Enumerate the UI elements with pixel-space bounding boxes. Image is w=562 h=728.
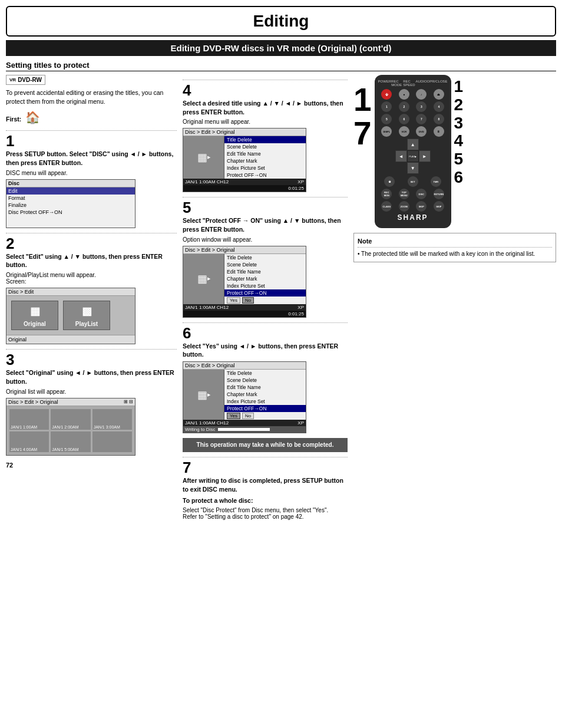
step6-yes-btn[interactable]: Yes xyxy=(227,413,240,419)
step-17-7: 7 xyxy=(353,117,372,150)
remote-btn-g[interactable]: 7 xyxy=(416,114,427,124)
step6-screen: Disc > Edit > Original ▦▶ Title Delete S… xyxy=(183,361,306,433)
remote-btn-b[interactable]: 2 xyxy=(399,101,409,112)
remote-container: POWERREC MODEREC SPEEDAUDIOOPR/CLOSE ⏻ ●… xyxy=(375,75,451,228)
step1-note: DISC menu will appear. xyxy=(6,170,177,176)
remote-row3: 5 6 7 8 xyxy=(378,114,448,124)
step6-item-3: Edit Title Name xyxy=(224,384,306,391)
remote-timer-btn[interactable]: TMR xyxy=(431,176,441,187)
step6-instruction: Select "Yes" using ◄ / ► buttons, then p… xyxy=(183,342,348,359)
step6-item-1: Title Delete xyxy=(224,370,306,377)
step4-footer: JAN/1 1:00AM CH12 XP xyxy=(183,179,306,185)
page-number: 72 xyxy=(6,462,177,469)
step6-item-2: Scene Delete xyxy=(224,377,306,384)
step6-no-btn[interactable]: No xyxy=(242,413,254,419)
step4-item-2: Scene Delete xyxy=(224,143,306,150)
side-num-2: 2 xyxy=(454,96,464,114)
step1-instruction: Press SETUP button. Select "DISC" using … xyxy=(6,150,177,167)
step5-menu-items: Title Delete Scene Delete Edit Title Nam… xyxy=(224,254,306,304)
step4-timecode: 0:01:25 xyxy=(183,185,306,192)
remote-setup-btn[interactable]: SET xyxy=(408,176,418,187)
step4-item-4: Chapter Mark xyxy=(224,157,306,164)
remote-classbtn-btn[interactable]: CLASS xyxy=(381,201,392,212)
step7-separator xyxy=(183,457,348,457)
remote-power-btn[interactable]: ⏻ xyxy=(381,89,392,100)
step2-playlist-option: ▩ PlayList xyxy=(63,301,110,330)
warning-box: This operation may take a while to be co… xyxy=(183,438,348,452)
remote-pause-btn[interactable]: ⏸ xyxy=(434,126,444,137)
thumb-4: JAN/1 4:00AM xyxy=(9,431,49,452)
sharp-logo: SHARP xyxy=(378,213,448,222)
remote-transport: ⏺ SET TMR xyxy=(378,176,448,187)
intro-text: To prevent accidental editing or erasing… xyxy=(6,88,177,106)
step1-number: 1 xyxy=(6,133,177,149)
step5-item-1: Title Delete xyxy=(224,254,306,261)
step6-menu-items: Title Delete Scene Delete Edit Title Nam… xyxy=(224,370,306,420)
step3-screen: Disc > Edit > Original ⊞ ⊟ JAN/1 1:00AM … xyxy=(6,398,135,456)
step3-instruction: Select "Original" using ◄ / ► buttons, t… xyxy=(6,368,177,386)
note-title: Note xyxy=(358,237,552,248)
remote-dvd-btn[interactable]: DVD xyxy=(416,126,427,137)
step2-screen-footer: Original xyxy=(6,335,135,344)
step4-item-6: Protect OFF→ON xyxy=(224,172,306,179)
step6-header: Disc > Edit > Original xyxy=(183,362,306,370)
step6-item-4: Chapter Mark xyxy=(224,391,306,398)
step1-menu-format: Format xyxy=(6,195,135,202)
step1-menu-discprotect: Disc Protect OFF→ON xyxy=(6,209,135,216)
dpad: ▲ ◄ PLAY▶ ► ▼ xyxy=(395,139,431,174)
remote-btn-d[interactable]: 4 xyxy=(434,101,444,112)
remote-recmode-btn[interactable]: ● xyxy=(399,89,409,100)
remote-open-btn[interactable]: ⏏ xyxy=(434,89,444,100)
remote-record-btn[interactable]: ⏺ xyxy=(384,176,395,187)
remote-row6: CLASS ZOOM SKIP SKIP xyxy=(378,201,448,212)
step3-screen-header: Disc > Edit > Original ⊞ ⊟ xyxy=(6,398,135,406)
step2-original-option: ▦ Original xyxy=(11,301,58,330)
step5-no-btn[interactable]: No xyxy=(242,297,254,304)
step3-note: Original list will appear. xyxy=(6,388,177,395)
section-header: Editing DVD-RW discs in VR mode (Origina… xyxy=(6,40,556,56)
step4-instruction: Select a desired title using ▲ / ▼ / ◄ /… xyxy=(183,99,348,116)
remote-btn-f[interactable]: 6 xyxy=(399,114,409,124)
thumb-5: JAN/1 5:00AM xyxy=(51,431,90,452)
dpad-right[interactable]: ► xyxy=(419,150,431,162)
remote-topmenu-btn[interactable]: TOP MENU xyxy=(399,189,409,199)
remote-skip-btn[interactable]: SKIP xyxy=(416,201,427,212)
remote-audio-btn[interactable]: ♪ xyxy=(416,89,427,100)
step5-screen: Disc > Edit > Original ▦▶ Title Delete S… xyxy=(183,246,306,318)
remote-disc2-btn[interactable]: DISC xyxy=(416,189,427,199)
remote-row5: REC MON TOP MENU DISC RETURN xyxy=(378,189,448,199)
remote-btn-e[interactable]: 5 xyxy=(381,114,392,124)
step4-menu-items: Title Delete Scene Delete Edit Title Nam… xyxy=(224,136,306,179)
step6-number: 6 xyxy=(183,325,348,341)
remote-display-btn[interactable]: DISPL xyxy=(381,126,392,137)
remote-vcr-btn[interactable]: VCR xyxy=(399,126,409,137)
step5-yes-btn[interactable]: Yes xyxy=(227,297,240,304)
dpad-left[interactable]: ◄ xyxy=(395,150,407,162)
step6-separator xyxy=(183,322,348,323)
remote-btn-c[interactable]: 3 xyxy=(416,101,427,112)
step5-separator xyxy=(183,197,348,197)
remote-skip2-btn[interactable]: SKIP xyxy=(434,201,444,212)
first-label: First: 🏠 xyxy=(6,109,177,126)
step1-menu-edit: Edit xyxy=(6,187,135,195)
remote-btn-a[interactable]: 1 xyxy=(381,101,392,112)
remote-zoom-btn[interactable]: ZOOM xyxy=(399,201,409,212)
remote-recmonitor-btn[interactable]: REC MON xyxy=(381,189,392,199)
remote-btn-h[interactable]: 8 xyxy=(434,114,444,124)
thumb-1: JAN/1 1:00AM xyxy=(9,409,49,430)
remote-return-btn[interactable]: RETURN xyxy=(434,189,444,199)
dpad-down[interactable]: ▼ xyxy=(407,162,419,174)
step6-item-5: Index Picture Set xyxy=(224,398,306,405)
dpad-enter[interactable]: PLAY▶ xyxy=(407,150,419,162)
step5-instruction: Select "Protect OFF → ON" using ▲ / ▼ bu… xyxy=(183,216,348,233)
step5-timecode: 0:01:25 xyxy=(183,311,306,317)
step2-instruction: Select "Edit" using ▲ / ▼ buttons, then … xyxy=(6,252,177,269)
step5-note: Option window will appear. xyxy=(183,236,348,243)
step1-menu-finalize: Finalize xyxy=(6,202,135,209)
step6-item-6: Protect OFF→ON xyxy=(224,405,306,412)
step7-instruction: After writing to disc is completed, pres… xyxy=(183,476,348,493)
dpad-up[interactable]: ▲ xyxy=(407,139,419,150)
step3-number: 3 xyxy=(6,352,177,367)
step5-item-2: Scene Delete xyxy=(224,261,306,268)
step2-screen-header: Disc > Edit xyxy=(6,288,135,296)
